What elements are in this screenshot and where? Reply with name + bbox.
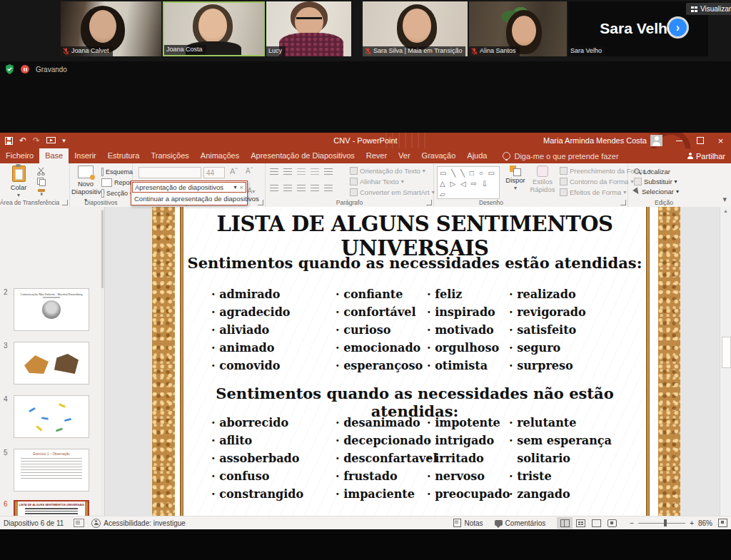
new-slide-button[interactable]: Novo Diapositivo ▾ [71, 166, 100, 204]
smartart-icon [350, 188, 358, 196]
quick-styles-button[interactable]: Estilos Rápidos [530, 166, 555, 193]
canvas-scrollbar[interactable]: ▲ [720, 207, 731, 516]
slide-thumbnail-4[interactable] [14, 395, 89, 438]
bullets-icon[interactable] [270, 168, 278, 176]
shrink-font-icon[interactable]: Aˇ [246, 167, 253, 175]
comments-toggle[interactable]: Comentários [495, 519, 546, 527]
zoom-out-icon[interactable]: − [630, 519, 634, 527]
video-tile-alina-santos[interactable]: Alina Santos [469, 1, 567, 56]
tab-apresentacao[interactable]: Apresentação de Diapositivos [245, 148, 361, 163]
reading-view-button[interactable] [588, 517, 604, 529]
next-participants-button[interactable]: › [669, 19, 687, 36]
popup-menu-item[interactable]: Continuar a apresentação de diapositivos [131, 193, 247, 205]
arrange-button[interactable]: Dispor ▾ [503, 166, 528, 192]
select-button[interactable]: Selecionar▾ [634, 188, 679, 195]
tab-inserir[interactable]: Inserir [69, 148, 102, 163]
decrease-indent-icon[interactable] [297, 168, 306, 176]
notes-toggle[interactable]: Notas [453, 519, 483, 527]
font-size-combo[interactable]: 44 [203, 167, 225, 178]
slide-thumbnail-2[interactable]: Comunicação Não Violenta - Marshal Rosen… [14, 288, 89, 331]
save-icon[interactable] [5, 137, 13, 145]
slide-thumbnail-6-selected[interactable]: LISTA DE ALGUNS SENTIMENTOS UNIVERSAIS [14, 500, 89, 516]
view-button[interactable]: Visualizar [686, 3, 731, 15]
cut-icon[interactable] [37, 168, 46, 175]
tab-ajuda[interactable]: Ajuda [461, 148, 493, 163]
line-spacing-icon[interactable] [324, 168, 333, 176]
popup-header[interactable]: Apresentação de diapositivos ▾ × [132, 182, 246, 193]
undo-icon[interactable]: ↶ [19, 133, 26, 148]
collapse-ribbon-icon[interactable]: ▾ [722, 195, 727, 204]
redo-icon[interactable]: ↷ [33, 133, 40, 148]
reset-button[interactable]: Repor [101, 178, 133, 187]
tab-gravacao[interactable]: Gravação [416, 148, 462, 163]
paragraph-dialog-launcher[interactable] [426, 200, 432, 205]
share-button[interactable]: Partilhar [687, 148, 725, 163]
section-button[interactable]: Secção▾ [101, 189, 133, 198]
accessibility-status[interactable]: Acessibilidade: investigue [104, 519, 186, 527]
recording-indicator-icon[interactable] [21, 65, 29, 73]
thumbnail-panel-scrollbar[interactable] [101, 207, 104, 516]
start-slideshow-icon[interactable] [46, 137, 56, 144]
slide-sorter-view-button[interactable] [573, 517, 588, 529]
shapes-gallery[interactable]: ▭ ╲ ╲ □ ○ ▭ △ ▷ ◁ ⇨ ⇩ ▱ ∿ ◡ { } ☆ [437, 166, 500, 199]
tell-me-box[interactable]: Diga-me o que pretende fazer [503, 152, 618, 161]
current-slide[interactable]: LISTA DE ALGUNS SENTIMENTOS UNIVERSAIS S… [152, 207, 680, 516]
restore-button[interactable] [690, 133, 710, 148]
align-text-button[interactable]: Alinhar Texto▾ [350, 178, 435, 185]
close-button[interactable]: × [710, 133, 731, 148]
align-right-icon[interactable] [297, 185, 306, 193]
scrollbar-up-icon[interactable]: ▲ [720, 208, 731, 213]
video-tile-joana-costa[interactable]: Joana Costa [163, 1, 265, 56]
clipboard-dialog-launcher[interactable] [62, 200, 68, 205]
slideshow-view-button[interactable] [604, 517, 620, 529]
smartart-button[interactable]: Converter em SmartArt▾ [350, 188, 435, 196]
video-tile-sara-silva[interactable]: Sara Silva | Maia em Transição [363, 1, 468, 56]
tab-animacoes[interactable]: Animações [195, 148, 245, 163]
zoom-in-icon[interactable]: + [690, 519, 694, 527]
account-name[interactable]: Maria Arminda Mendes Costa [543, 133, 647, 148]
paste-button[interactable]: Colar ▾ [6, 166, 31, 199]
security-shield-icon[interactable] [5, 64, 14, 74]
popup-close-icon[interactable]: × [239, 183, 243, 191]
zoom-slider[interactable] [638, 523, 685, 524]
fit-slide-to-window-icon[interactable] [718, 519, 727, 527]
tab-base[interactable]: Base [39, 148, 69, 163]
shape-effects-label: Efeitos de Forma [570, 188, 621, 196]
numbering-icon[interactable] [283, 168, 292, 176]
increase-indent-icon[interactable] [311, 168, 319, 176]
zoom-slider-thumb[interactable] [664, 519, 667, 526]
tab-estrutura[interactable]: Estrutura [102, 148, 146, 163]
minimize-button[interactable] [669, 133, 690, 148]
slide-thumbnail-3[interactable] [14, 342, 89, 385]
grow-font-icon[interactable]: Aˆ [230, 167, 238, 175]
tab-ver[interactable]: Ver [393, 148, 416, 163]
video-tile-lucy[interactable]: Lucy [266, 1, 351, 56]
video-tile-joana-calvet[interactable]: Joana Calvet [61, 1, 161, 56]
tab-ficheiro[interactable]: Ficheiro [0, 148, 39, 163]
zoom-level[interactable]: 86% [698, 519, 712, 527]
popup-caret-icon[interactable]: ▾ [233, 184, 236, 190]
copy-icon[interactable] [37, 178, 46, 186]
font-color-icon[interactable]: A▾ [247, 186, 255, 195]
normal-view-button[interactable] [557, 517, 573, 529]
drawing-dialog-launcher[interactable] [620, 200, 626, 205]
find-button[interactable]: Localizar [634, 168, 679, 175]
section-label: Secção [106, 190, 128, 197]
text-orientation-button[interactable]: Orientação do Texto▾ [350, 167, 435, 175]
notes-book-icon[interactable] [74, 519, 84, 527]
customize-qat-icon[interactable]: ▾ [62, 133, 66, 148]
tab-rever[interactable]: Rever [361, 148, 393, 163]
format-painter-icon[interactable] [37, 188, 46, 196]
replace-button[interactable]: Substituir▾ [634, 178, 679, 185]
layout-button[interactable]: Esquema [101, 168, 133, 176]
scrollbar-thumb[interactable] [722, 337, 731, 368]
align-left-icon[interactable] [270, 185, 278, 193]
justify-icon[interactable] [311, 185, 319, 193]
align-center-icon[interactable] [283, 185, 292, 193]
account-avatar[interactable] [650, 135, 662, 146]
columns-icon[interactable] [324, 185, 333, 193]
font-name-combo[interactable] [138, 167, 201, 178]
tab-transicoes[interactable]: Transições [145, 148, 194, 163]
participant-body [279, 33, 343, 56]
slide-thumbnail-5[interactable]: Exercício 1 – Observação [14, 449, 89, 492]
